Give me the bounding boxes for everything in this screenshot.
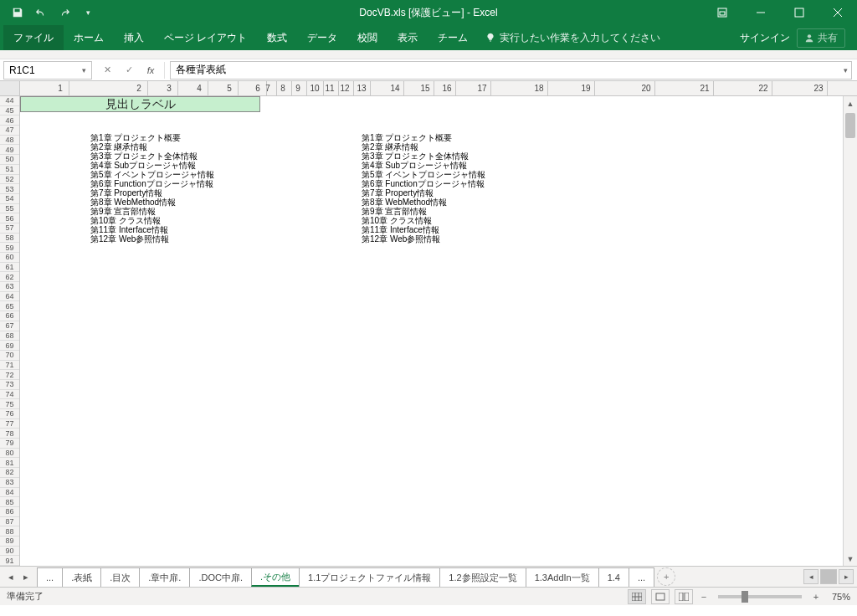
row-header[interactable]: 66 xyxy=(0,311,19,321)
tab-home[interactable]: ホーム xyxy=(64,25,114,50)
column-header[interactable]: 19 xyxy=(571,81,601,95)
tab-file[interactable]: ファイル xyxy=(3,25,64,50)
row-header[interactable]: 51 xyxy=(0,165,19,175)
row-header[interactable]: 84 xyxy=(0,488,19,498)
row-header[interactable]: 87 xyxy=(0,517,19,527)
column-header[interactable]: 1 xyxy=(45,81,75,95)
row-header[interactable]: 47 xyxy=(0,126,19,136)
cell-grid[interactable]: 見出しラベル 第1章 プロジェクト概要第2章 継承情報第3章 プロジェクト全体情… xyxy=(20,96,843,566)
sheet-tab-other[interactable]: .その他 xyxy=(251,567,300,587)
sheet-tab-chapter[interactable]: .章中扉. xyxy=(139,567,190,587)
close-button[interactable] xyxy=(819,0,857,25)
tab-formulas[interactable]: 数式 xyxy=(257,25,297,50)
hscroll-thumb[interactable] xyxy=(820,569,837,584)
tab-view[interactable]: 表示 xyxy=(387,25,428,50)
row-header[interactable]: 68 xyxy=(0,331,19,341)
scroll-down-button[interactable]: ▼ xyxy=(844,552,857,566)
normal-view-button[interactable] xyxy=(628,589,646,604)
save-button[interactable] xyxy=(7,2,28,23)
sheet-tab-s13[interactable]: 1.3AddIn一覧 xyxy=(526,567,599,587)
row-header[interactable]: 69 xyxy=(0,341,19,351)
tab-team[interactable]: チーム xyxy=(428,25,478,50)
scroll-thumb[interactable] xyxy=(845,113,855,138)
row-header[interactable]: 61 xyxy=(0,263,19,273)
row-header[interactable]: 52 xyxy=(0,175,19,185)
row-header[interactable]: 67 xyxy=(0,321,19,331)
row-header[interactable]: 86 xyxy=(0,507,19,517)
row-header[interactable]: 90 xyxy=(0,547,19,557)
hscroll-left-button[interactable]: ◂ xyxy=(803,569,819,584)
row-header[interactable]: 48 xyxy=(0,136,19,146)
row-header[interactable]: 72 xyxy=(0,370,19,380)
column-header[interactable]: 23 xyxy=(803,81,834,95)
redo-button[interactable] xyxy=(54,2,75,23)
page-layout-view-button[interactable] xyxy=(651,589,670,604)
row-header[interactable]: 73 xyxy=(0,380,19,390)
row-header[interactable]: 70 xyxy=(0,351,19,361)
maximize-button[interactable] xyxy=(780,0,819,25)
tab-review[interactable]: 校閲 xyxy=(347,25,387,50)
row-header[interactable]: 88 xyxy=(0,526,19,536)
column-header[interactable]: 20 xyxy=(631,81,661,95)
sheet-tab-s11[interactable]: 1.1プロジェクトファイル情報 xyxy=(299,567,440,587)
qat-customize-icon[interactable]: ▾ xyxy=(77,2,99,23)
row-header[interactable]: 65 xyxy=(0,301,19,311)
sheet-tab-more-left[interactable]: ... xyxy=(37,567,63,587)
new-sheet-button[interactable]: + xyxy=(657,567,675,586)
page-break-view-button[interactable] xyxy=(675,589,693,604)
tell-me-search[interactable]: 実行したい作業を入力してください xyxy=(485,31,660,45)
enter-formula-button[interactable]: ✓ xyxy=(119,62,139,79)
sheet-tab-s14[interactable]: 1.4 xyxy=(598,567,629,587)
row-header[interactable]: 79 xyxy=(0,439,19,449)
row-header[interactable]: 91 xyxy=(0,556,19,566)
row-header[interactable]: 89 xyxy=(0,536,19,547)
select-all-button[interactable] xyxy=(0,81,20,95)
sheet-tab-more-right[interactable]: ... xyxy=(629,567,654,587)
column-header[interactable]: 18 xyxy=(524,81,554,95)
row-header[interactable]: 78 xyxy=(0,429,19,439)
zoom-slider[interactable] xyxy=(718,595,802,598)
row-header[interactable]: 64 xyxy=(0,292,19,302)
scroll-up-button[interactable]: ▲ xyxy=(844,96,857,110)
sheet-tab-s12[interactable]: 1.2参照設定一覧 xyxy=(439,567,526,587)
column-header[interactable]: 2 xyxy=(124,81,154,95)
signin-link[interactable]: サインイン xyxy=(740,31,790,45)
row-header[interactable]: 80 xyxy=(0,449,19,459)
row-header[interactable]: 44 xyxy=(0,96,19,106)
zoom-out-button[interactable]: − xyxy=(698,591,710,603)
row-header[interactable]: 60 xyxy=(0,253,19,263)
row-header[interactable]: 58 xyxy=(0,234,19,244)
sheet-tab-docchap[interactable]: .DOC中扉. xyxy=(189,567,252,587)
row-header[interactable]: 49 xyxy=(0,145,19,155)
chevron-down-icon[interactable]: ▾ xyxy=(82,66,86,74)
sheet-tab-cover[interactable]: .表紙 xyxy=(62,567,101,587)
row-header[interactable]: 50 xyxy=(0,155,19,165)
column-header[interactable]: 16 xyxy=(432,81,462,95)
row-header[interactable]: 55 xyxy=(0,204,19,214)
column-header[interactable]: 21 xyxy=(690,81,720,95)
sheet-nav-prev[interactable]: ◂ xyxy=(3,568,18,585)
row-header[interactable]: 54 xyxy=(0,194,19,204)
zoom-in-button[interactable]: + xyxy=(810,591,822,603)
row-header[interactable]: 53 xyxy=(0,184,19,194)
insert-function-button[interactable]: fx xyxy=(141,62,161,79)
row-header[interactable]: 75 xyxy=(0,399,19,409)
minimize-button[interactable] xyxy=(742,0,780,25)
row-header[interactable]: 45 xyxy=(0,106,19,116)
column-header[interactable]: 13 xyxy=(346,81,377,95)
hscroll-right-button[interactable]: ▸ xyxy=(839,569,854,584)
column-header[interactable]: 14 xyxy=(380,81,410,95)
row-header[interactable]: 57 xyxy=(0,223,19,234)
name-box[interactable]: R1C1 ▾ xyxy=(3,61,92,80)
row-header[interactable]: 46 xyxy=(0,116,19,126)
row-header[interactable]: 74 xyxy=(0,390,19,400)
sheet-tab-toc[interactable]: .目次 xyxy=(100,567,140,587)
row-header[interactable]: 56 xyxy=(0,213,19,223)
row-header[interactable]: 76 xyxy=(0,409,19,419)
sheet-nav-next[interactable]: ▸ xyxy=(18,568,33,585)
row-header[interactable]: 71 xyxy=(0,361,19,371)
tab-data[interactable]: データ xyxy=(297,25,347,50)
column-header[interactable]: 5 xyxy=(214,81,244,95)
formula-input[interactable]: 各種背表紙 ▾ xyxy=(170,61,852,80)
column-header[interactable]: 17 xyxy=(467,81,497,95)
